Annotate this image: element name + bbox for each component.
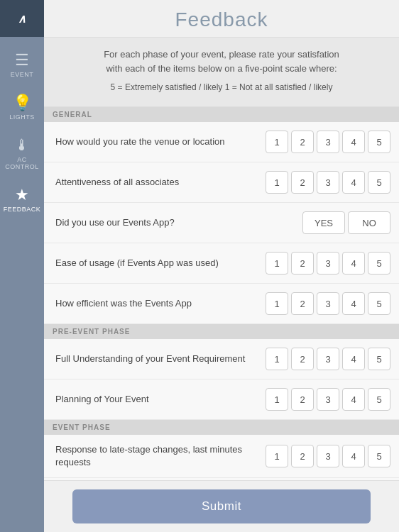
rating-btn-3-q1[interactable]: 3 — [317, 131, 339, 153]
yesno-btn-no-q3[interactable]: NO — [348, 211, 390, 234]
question-text-q5: How efficient was the Events App — [55, 297, 266, 310]
rating-btn-1-q5[interactable]: 1 — [266, 292, 288, 315]
main-content: Feedback For each phase of your event, p… — [44, 0, 399, 532]
sidebar-item-event[interactable]: ☰EVENT — [0, 44, 44, 87]
rating-btn-1-q6[interactable]: 1 — [266, 348, 288, 370]
feedback-icon: ★ — [15, 187, 29, 203]
rating-btn-2-q4[interactable]: 2 — [291, 252, 314, 275]
rating-btn-1-q7[interactable]: 1 — [266, 388, 288, 411]
section-header-event-phase: EVENT PHASE — [44, 420, 399, 435]
submit-area: Submit — [44, 480, 399, 532]
question-text-q2: Attentiveness of all associates — [55, 176, 266, 189]
sidebar-item-label: EVENT — [11, 71, 34, 78]
sidebar-item-label: AC CONTROL — [3, 156, 41, 170]
sidebar-item-feedback[interactable]: ★FEEDBACK — [0, 179, 44, 221]
rating-btn-1-q8[interactable]: 1 — [266, 445, 288, 467]
rating-btn-4-q2[interactable]: 4 — [342, 171, 365, 194]
rating-btn-5-q7[interactable]: 5 — [368, 388, 390, 411]
rating-btn-5-q2[interactable]: 5 — [368, 171, 390, 194]
rating-btn-4-q5[interactable]: 4 — [342, 292, 365, 315]
rating-btn-2-q6[interactable]: 2 — [291, 348, 314, 370]
rating-btn-4-q1[interactable]: 4 — [342, 131, 365, 153]
question-row-q3: Did you use our Events App?YESNO — [44, 203, 399, 243]
rating-btn-4-q8[interactable]: 4 — [342, 445, 365, 467]
question-row-q7: Planning of Your Event12345 — [44, 379, 399, 420]
rating-btn-5-q5[interactable]: 5 — [368, 292, 390, 315]
sidebar: ∧ ☰EVENT💡LIGHTS🌡AC CONTROL★FEEDBACK — [0, 0, 44, 532]
rating-btn-3-q2[interactable]: 3 — [317, 171, 339, 194]
intro-line1: For each phase of your event, please rat… — [58, 48, 385, 75]
event-icon: ☰ — [15, 52, 29, 68]
rating-btn-2-q7[interactable]: 2 — [291, 388, 314, 411]
sidebar-item-ac-control[interactable]: 🌡AC CONTROL — [0, 129, 44, 179]
rating-group-q4: 12345 — [266, 252, 390, 275]
rating-group-q1: 12345 — [266, 131, 390, 153]
rating-btn-1-q4[interactable]: 1 — [266, 252, 288, 275]
intro-section: For each phase of your event, please rat… — [44, 38, 399, 107]
ac-control-icon: 🌡 — [14, 138, 30, 153]
yesno-group-q3: YESNO — [302, 211, 390, 234]
question-text-q7: Planning of Your Event — [55, 393, 266, 406]
sidebar-item-lights[interactable]: 💡LIGHTS — [0, 87, 44, 129]
rating-group-q5: 12345 — [266, 292, 390, 315]
rating-btn-3-q6[interactable]: 3 — [317, 348, 339, 370]
rating-btn-4-q7[interactable]: 4 — [342, 388, 365, 411]
logo-text: ∧ — [18, 12, 26, 26]
lights-icon: 💡 — [13, 95, 32, 111]
rating-btn-3-q4[interactable]: 3 — [317, 252, 339, 275]
question-text-q1: How would you rate the venue or location — [55, 135, 266, 148]
rating-btn-1-q2[interactable]: 1 — [266, 171, 288, 194]
question-text-q8: Response to late-stage changes, last min… — [55, 443, 266, 469]
sidebar-item-label: FEEDBACK — [4, 206, 41, 213]
rating-btn-3-q5[interactable]: 3 — [317, 292, 339, 315]
rating-btn-2-q2[interactable]: 2 — [291, 171, 314, 194]
rating-btn-2-q8[interactable]: 2 — [291, 445, 314, 467]
rating-btn-2-q5[interactable]: 2 — [291, 292, 314, 315]
question-row-q2: Attentiveness of all associates12345 — [44, 162, 399, 203]
question-row-q8: Response to late-stage changes, last min… — [44, 435, 399, 478]
rating-btn-5-q6[interactable]: 5 — [368, 348, 390, 370]
form-area[interactable]: GENERALHow would you rate the venue or l… — [44, 107, 399, 480]
rating-group-q8: 12345 — [266, 445, 390, 467]
scale-info: 5 = Extremely satisfied / likely 1 = Not… — [58, 81, 385, 94]
question-row-q4: Ease of usage (if Events App was used)12… — [44, 243, 399, 284]
rating-btn-2-q1[interactable]: 2 — [291, 131, 314, 153]
rating-btn-5-q4[interactable]: 5 — [368, 252, 390, 275]
section-header-pre-event: PRE-EVENT PHASE — [44, 324, 399, 339]
rating-btn-1-q1[interactable]: 1 — [266, 131, 288, 153]
yesno-btn-yes-q3[interactable]: YES — [302, 211, 345, 234]
page-title: Feedback — [44, 9, 399, 31]
question-row-q1: How would you rate the venue or location… — [44, 122, 399, 162]
rating-group-q6: 12345 — [266, 348, 390, 370]
question-text-q4: Ease of usage (if Events App was used) — [55, 257, 266, 270]
rating-btn-5-q8[interactable]: 5 — [368, 445, 390, 467]
page-header: Feedback — [44, 0, 399, 38]
rating-group-q7: 12345 — [266, 388, 390, 411]
logo: ∧ — [0, 0, 44, 37]
rating-btn-4-q6[interactable]: 4 — [342, 348, 365, 370]
question-text-q6: Full Understanding of your Event Require… — [55, 353, 266, 365]
rating-btn-3-q7[interactable]: 3 — [317, 388, 339, 411]
section-header-general: GENERAL — [44, 107, 399, 122]
question-row-q6: Full Understanding of your Event Require… — [44, 339, 399, 379]
submit-button[interactable]: Submit — [72, 489, 371, 523]
rating-btn-5-q1[interactable]: 5 — [368, 131, 390, 153]
question-text-q3: Did you use our Events App? — [55, 216, 302, 229]
question-row-q5: How efficient was the Events App12345 — [44, 284, 399, 324]
rating-btn-3-q8[interactable]: 3 — [317, 445, 339, 467]
sidebar-item-label: LIGHTS — [9, 113, 35, 121]
rating-group-q2: 12345 — [266, 171, 390, 194]
rating-btn-4-q4[interactable]: 4 — [342, 252, 365, 275]
